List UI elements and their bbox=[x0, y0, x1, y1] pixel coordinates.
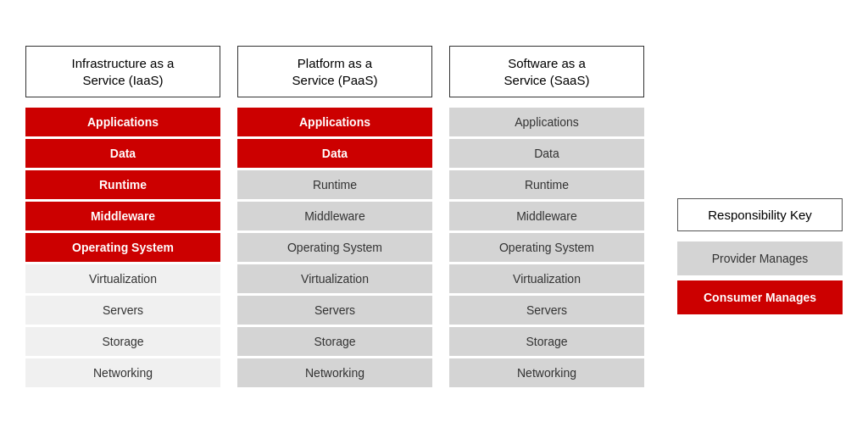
stack-item-applications: Applications bbox=[449, 108, 644, 136]
column-title-iaas: Infrastructure as a Service (IaaS) bbox=[25, 46, 220, 97]
stack-item-storage: Storage bbox=[237, 327, 432, 356]
stack-item-middleware: Middleware bbox=[449, 202, 644, 230]
stack-item-operating-system: Operating System bbox=[449, 233, 644, 262]
stack-item-data: Data bbox=[237, 139, 432, 168]
stack-item-networking: Networking bbox=[25, 358, 220, 387]
legend-provider: Provider Manages bbox=[677, 241, 843, 275]
stack-item-applications: Applications bbox=[25, 108, 220, 136]
stack-item-networking: Networking bbox=[449, 358, 644, 387]
stack-item-servers: Servers bbox=[25, 296, 220, 325]
stack-item-runtime: Runtime bbox=[449, 170, 644, 199]
legend-title: Responsibility Key bbox=[677, 198, 843, 231]
stack-item-networking: Networking bbox=[237, 358, 432, 387]
stack-item-storage: Storage bbox=[449, 327, 644, 356]
stack-item-runtime: Runtime bbox=[237, 170, 432, 199]
column-saas: Software as a Service (SaaS)Applications… bbox=[449, 46, 644, 387]
stack-item-runtime: Runtime bbox=[25, 170, 220, 199]
stack-item-virtualization: Virtualization bbox=[449, 264, 644, 293]
stack-item-middleware: Middleware bbox=[25, 202, 220, 230]
legend-consumer: Consumer Manages bbox=[677, 280, 843, 314]
stack-item-applications: Applications bbox=[237, 108, 432, 136]
stack-item-virtualization: Virtualization bbox=[25, 264, 220, 293]
stack-item-operating-system: Operating System bbox=[25, 233, 220, 262]
legend-section: Responsibility Key Provider Manages Cons… bbox=[677, 198, 843, 314]
column-title-paas: Platform as a Service (PaaS) bbox=[237, 46, 432, 97]
stack-iaas: ApplicationsDataRuntimeMiddlewareOperati… bbox=[25, 108, 220, 387]
stack-item-servers: Servers bbox=[237, 296, 432, 325]
stack-item-storage: Storage bbox=[25, 327, 220, 356]
column-paas: Platform as a Service (PaaS)Applications… bbox=[237, 46, 432, 387]
stack-item-servers: Servers bbox=[449, 296, 644, 325]
column-title-saas: Software as a Service (SaaS) bbox=[449, 46, 644, 97]
stack-item-operating-system: Operating System bbox=[237, 233, 432, 262]
stack-item-middleware: Middleware bbox=[237, 202, 432, 230]
stack-saas: ApplicationsDataRuntimeMiddlewareOperati… bbox=[449, 108, 644, 387]
stack-item-data: Data bbox=[25, 139, 220, 168]
column-iaas: Infrastructure as a Service (IaaS)Applic… bbox=[25, 46, 220, 387]
stack-paas: ApplicationsDataRuntimeMiddlewareOperati… bbox=[237, 108, 432, 387]
stack-item-data: Data bbox=[449, 139, 644, 168]
stack-item-virtualization: Virtualization bbox=[237, 264, 432, 293]
diagram-container: Infrastructure as a Service (IaaS)Applic… bbox=[0, 29, 868, 404]
